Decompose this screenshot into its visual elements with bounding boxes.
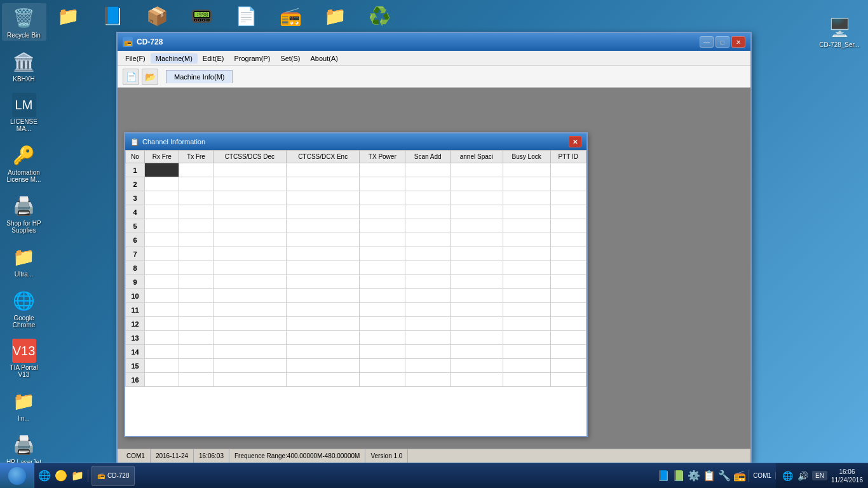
row-5-col-9[interactable] — [503, 219, 550, 233]
row-1-col-4[interactable] — [213, 163, 287, 177]
row-7-col-9[interactable] — [503, 247, 550, 261]
desktop-icon-recycle-bin[interactable]: 🗑️ Recycle Bin — [2, 3, 46, 41]
row-3-col-6[interactable] — [360, 191, 405, 205]
row-1-col-9[interactable] — [503, 163, 550, 177]
row-4-col-7[interactable] — [405, 205, 451, 219]
desktop-top-icon-radio2[interactable]: 📻 — [273, 3, 308, 29]
row-12-rx-fre[interactable] — [145, 317, 179, 331]
row-10-rx-fre[interactable] — [145, 289, 179, 303]
row-16-rx-fre[interactable] — [145, 373, 179, 387]
row-9-col-5[interactable] — [287, 275, 360, 289]
desktop-icon-kbhxh[interactable]: 🏛️ KBHXH — [2, 47, 46, 85]
desktop-icon-shop-hp[interactable]: 🖨️ Shop for HP Supplies — [2, 191, 46, 236]
row-7-col-3[interactable] — [179, 247, 213, 261]
desktop-icon-google-chrome[interactable]: 🌐 Google Chrome — [2, 286, 46, 330]
row-11-col-5[interactable] — [287, 303, 360, 317]
desktop-top-icon-folder1[interactable]: 📁 — [51, 3, 86, 29]
row-2-rx-fre[interactable] — [145, 177, 179, 191]
row-8-col-5[interactable] — [287, 261, 360, 275]
row-12-col-8[interactable] — [451, 317, 503, 331]
row-8-col-8[interactable] — [451, 261, 503, 275]
row-15-col-7[interactable] — [405, 359, 451, 373]
row-11-col-9[interactable] — [503, 303, 550, 317]
table-row[interactable]: 11 — [126, 303, 587, 317]
row-6-rx-fre[interactable] — [145, 233, 179, 247]
desktop-icon-license-ma[interactable]: LM LICENSE MA... — [2, 91, 46, 134]
table-row[interactable]: 5 — [126, 219, 587, 233]
row-13-col-4[interactable] — [213, 331, 287, 345]
row-5-col-6[interactable] — [360, 219, 405, 233]
row-14-col-7[interactable] — [405, 345, 451, 359]
row-3-col-10[interactable] — [550, 191, 586, 205]
row-6-col-6[interactable] — [360, 233, 405, 247]
quick-ie-icon[interactable]: 🌐 — [38, 470, 51, 482]
row-4-col-4[interactable] — [213, 205, 287, 219]
row-3-col-3[interactable] — [179, 191, 213, 205]
table-row[interactable]: 2 — [126, 177, 587, 191]
row-15-col-8[interactable] — [451, 359, 503, 373]
row-14-col-10[interactable] — [550, 345, 586, 359]
row-8-col-9[interactable] — [503, 261, 550, 275]
menu-machine[interactable]: Machine(M) — [151, 53, 198, 64]
quick-chrome-icon[interactable]: 🟡 — [55, 470, 67, 482]
row-4-rx-fre[interactable] — [145, 205, 179, 219]
row-16-col-4[interactable] — [213, 373, 287, 387]
row-1-rx-fre[interactable] — [145, 163, 179, 177]
close-button[interactable]: ✕ — [731, 36, 745, 48]
row-1-col-5[interactable] — [287, 163, 360, 177]
row-9-col-4[interactable] — [213, 275, 287, 289]
taskbar-start-button[interactable] — [0, 463, 34, 488]
row-14-col-5[interactable] — [287, 345, 360, 359]
desktop-icon-tia-portal[interactable]: V13 TIA Portal V13 — [2, 337, 46, 380]
row-13-col-7[interactable] — [405, 331, 451, 345]
row-10-col-4[interactable] — [213, 289, 287, 303]
row-16-col-3[interactable] — [179, 373, 213, 387]
table-row[interactable]: 15 — [126, 359, 587, 373]
row-12-col-6[interactable] — [360, 317, 405, 331]
row-9-col-7[interactable] — [405, 275, 451, 289]
row-4-col-3[interactable] — [179, 205, 213, 219]
row-8-col-10[interactable] — [550, 261, 586, 275]
row-14-col-3[interactable] — [179, 345, 213, 359]
row-2-col-9[interactable] — [503, 177, 550, 191]
row-8-col-6[interactable] — [360, 261, 405, 275]
row-11-col-8[interactable] — [451, 303, 503, 317]
row-16-col-6[interactable] — [360, 373, 405, 387]
row-2-col-5[interactable] — [287, 177, 360, 191]
table-row[interactable]: 1 — [126, 163, 587, 177]
machine-info-tab[interactable]: Machine Info(M) — [166, 70, 233, 83]
row-13-col-5[interactable] — [287, 331, 360, 345]
taskbar-icon-radio[interactable]: 📻 — [733, 470, 746, 482]
row-2-col-7[interactable] — [405, 177, 451, 191]
row-1-col-7[interactable] — [405, 163, 451, 177]
row-16-col-8[interactable] — [451, 373, 503, 387]
row-5-col-3[interactable] — [179, 219, 213, 233]
row-7-col-6[interactable] — [360, 247, 405, 261]
row-2-col-8[interactable] — [451, 177, 503, 191]
row-5-col-5[interactable] — [287, 219, 360, 233]
row-8-col-3[interactable] — [179, 261, 213, 275]
desktop-icon-automation[interactable]: 🔑 Automation License M... — [2, 140, 46, 185]
table-row[interactable]: 7 — [126, 247, 587, 261]
row-5-col-10[interactable] — [550, 219, 586, 233]
row-16-col-10[interactable] — [550, 373, 586, 387]
minimize-button[interactable]: — — [700, 36, 714, 48]
row-6-col-8[interactable] — [451, 233, 503, 247]
row-14-col-4[interactable] — [213, 345, 287, 359]
quick-folder-icon[interactable]: 📁 — [71, 470, 84, 482]
row-14-col-8[interactable] — [451, 345, 503, 359]
row-1-col-3[interactable] — [179, 163, 213, 177]
row-6-col-9[interactable] — [503, 233, 550, 247]
toolbar-new-button[interactable]: 📄 — [123, 69, 139, 85]
desktop-top-icon-radio1[interactable]: 📟 — [184, 3, 219, 29]
row-6-col-7[interactable] — [405, 233, 451, 247]
desktop-top-icon-folder2[interactable]: 📁 — [318, 3, 353, 29]
row-2-col-4[interactable] — [213, 177, 287, 191]
row-4-col-6[interactable] — [360, 205, 405, 219]
row-12-col-10[interactable] — [550, 317, 586, 331]
row-6-col-4[interactable] — [213, 233, 287, 247]
row-14-rx-fre[interactable] — [145, 345, 179, 359]
desktop-top-icon-recycle2[interactable]: ♻️ — [362, 3, 397, 29]
table-row[interactable]: 16 — [126, 373, 587, 387]
row-12-col-9[interactable] — [503, 317, 550, 331]
